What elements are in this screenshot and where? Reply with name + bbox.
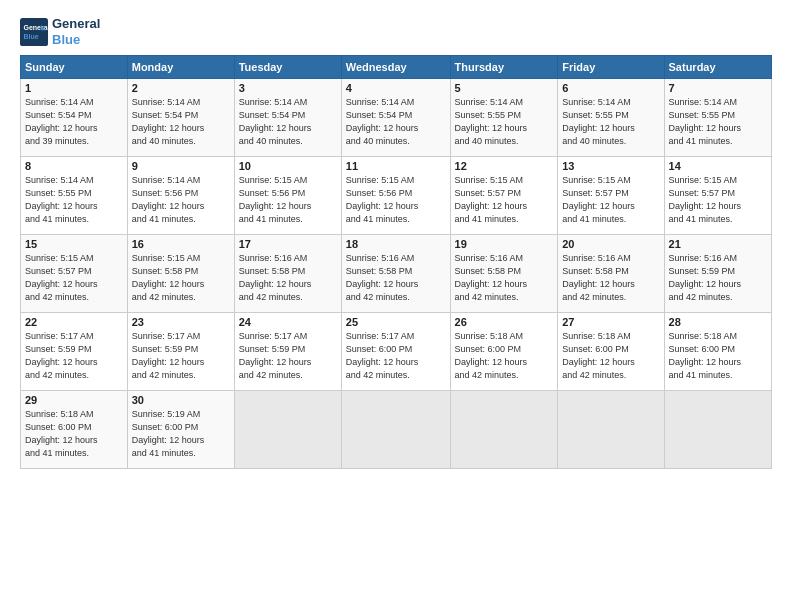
day-cell-11: 11Sunrise: 5:15 AM Sunset: 5:56 PM Dayli…	[341, 157, 450, 235]
day-cell-15: 15Sunrise: 5:15 AM Sunset: 5:57 PM Dayli…	[21, 235, 128, 313]
day-cell-28: 28Sunrise: 5:18 AM Sunset: 6:00 PM Dayli…	[664, 313, 771, 391]
day-cell-8: 8Sunrise: 5:14 AM Sunset: 5:55 PM Daylig…	[21, 157, 128, 235]
day-info: Sunrise: 5:14 AM Sunset: 5:55 PM Dayligh…	[562, 96, 659, 148]
day-number: 24	[239, 316, 337, 328]
day-info: Sunrise: 5:15 AM Sunset: 5:57 PM Dayligh…	[25, 252, 123, 304]
day-cell-27: 27Sunrise: 5:18 AM Sunset: 6:00 PM Dayli…	[558, 313, 664, 391]
header-cell-tuesday: Tuesday	[234, 56, 341, 79]
week-row-5: 29Sunrise: 5:18 AM Sunset: 6:00 PM Dayli…	[21, 391, 772, 469]
day-info: Sunrise: 5:15 AM Sunset: 5:56 PM Dayligh…	[239, 174, 337, 226]
day-number: 16	[132, 238, 230, 250]
calendar-page: General Blue General Blue SundayMondayTu…	[0, 0, 792, 612]
day-info: Sunrise: 5:14 AM Sunset: 5:54 PM Dayligh…	[346, 96, 446, 148]
day-info: Sunrise: 5:16 AM Sunset: 5:58 PM Dayligh…	[455, 252, 554, 304]
day-info: Sunrise: 5:14 AM Sunset: 5:54 PM Dayligh…	[132, 96, 230, 148]
day-cell-18: 18Sunrise: 5:16 AM Sunset: 5:58 PM Dayli…	[341, 235, 450, 313]
day-number: 26	[455, 316, 554, 328]
day-cell-20: 20Sunrise: 5:16 AM Sunset: 5:58 PM Dayli…	[558, 235, 664, 313]
day-cell-6: 6Sunrise: 5:14 AM Sunset: 5:55 PM Daylig…	[558, 79, 664, 157]
day-info: Sunrise: 5:15 AM Sunset: 5:57 PM Dayligh…	[455, 174, 554, 226]
week-row-3: 15Sunrise: 5:15 AM Sunset: 5:57 PM Dayli…	[21, 235, 772, 313]
header-cell-monday: Monday	[127, 56, 234, 79]
day-cell-4: 4Sunrise: 5:14 AM Sunset: 5:54 PM Daylig…	[341, 79, 450, 157]
header-cell-friday: Friday	[558, 56, 664, 79]
header-cell-wednesday: Wednesday	[341, 56, 450, 79]
day-number: 22	[25, 316, 123, 328]
day-number: 2	[132, 82, 230, 94]
day-info: Sunrise: 5:18 AM Sunset: 6:00 PM Dayligh…	[455, 330, 554, 382]
day-info: Sunrise: 5:18 AM Sunset: 6:00 PM Dayligh…	[25, 408, 123, 460]
day-info: Sunrise: 5:15 AM Sunset: 5:56 PM Dayligh…	[346, 174, 446, 226]
week-row-4: 22Sunrise: 5:17 AM Sunset: 5:59 PM Dayli…	[21, 313, 772, 391]
empty-cell	[234, 391, 341, 469]
day-number: 25	[346, 316, 446, 328]
day-number: 3	[239, 82, 337, 94]
day-cell-2: 2Sunrise: 5:14 AM Sunset: 5:54 PM Daylig…	[127, 79, 234, 157]
day-info: Sunrise: 5:17 AM Sunset: 6:00 PM Dayligh…	[346, 330, 446, 382]
header-cell-saturday: Saturday	[664, 56, 771, 79]
day-cell-10: 10Sunrise: 5:15 AM Sunset: 5:56 PM Dayli…	[234, 157, 341, 235]
day-cell-5: 5Sunrise: 5:14 AM Sunset: 5:55 PM Daylig…	[450, 79, 558, 157]
day-number: 6	[562, 82, 659, 94]
day-number: 15	[25, 238, 123, 250]
logo: General Blue General Blue	[20, 16, 100, 47]
header: General Blue General Blue	[20, 16, 772, 47]
day-number: 4	[346, 82, 446, 94]
day-cell-14: 14Sunrise: 5:15 AM Sunset: 5:57 PM Dayli…	[664, 157, 771, 235]
day-number: 23	[132, 316, 230, 328]
day-number: 9	[132, 160, 230, 172]
day-cell-7: 7Sunrise: 5:14 AM Sunset: 5:55 PM Daylig…	[664, 79, 771, 157]
day-info: Sunrise: 5:19 AM Sunset: 6:00 PM Dayligh…	[132, 408, 230, 460]
day-info: Sunrise: 5:18 AM Sunset: 6:00 PM Dayligh…	[669, 330, 767, 382]
day-cell-13: 13Sunrise: 5:15 AM Sunset: 5:57 PM Dayli…	[558, 157, 664, 235]
logo-icon: General Blue	[20, 18, 48, 46]
day-cell-9: 9Sunrise: 5:14 AM Sunset: 5:56 PM Daylig…	[127, 157, 234, 235]
day-info: Sunrise: 5:14 AM Sunset: 5:56 PM Dayligh…	[132, 174, 230, 226]
day-cell-30: 30Sunrise: 5:19 AM Sunset: 6:00 PM Dayli…	[127, 391, 234, 469]
day-info: Sunrise: 5:17 AM Sunset: 5:59 PM Dayligh…	[239, 330, 337, 382]
day-number: 12	[455, 160, 554, 172]
header-row: SundayMondayTuesdayWednesdayThursdayFrid…	[21, 56, 772, 79]
day-cell-21: 21Sunrise: 5:16 AM Sunset: 5:59 PM Dayli…	[664, 235, 771, 313]
day-cell-3: 3Sunrise: 5:14 AM Sunset: 5:54 PM Daylig…	[234, 79, 341, 157]
logo-text: General Blue	[52, 16, 100, 47]
day-number: 18	[346, 238, 446, 250]
day-cell-26: 26Sunrise: 5:18 AM Sunset: 6:00 PM Dayli…	[450, 313, 558, 391]
svg-text:Blue: Blue	[24, 33, 39, 40]
day-cell-24: 24Sunrise: 5:17 AM Sunset: 5:59 PM Dayli…	[234, 313, 341, 391]
day-cell-25: 25Sunrise: 5:17 AM Sunset: 6:00 PM Dayli…	[341, 313, 450, 391]
day-number: 10	[239, 160, 337, 172]
day-cell-12: 12Sunrise: 5:15 AM Sunset: 5:57 PM Dayli…	[450, 157, 558, 235]
header-cell-sunday: Sunday	[21, 56, 128, 79]
day-info: Sunrise: 5:16 AM Sunset: 5:59 PM Dayligh…	[669, 252, 767, 304]
day-number: 13	[562, 160, 659, 172]
empty-cell	[558, 391, 664, 469]
day-number: 21	[669, 238, 767, 250]
calendar-table: SundayMondayTuesdayWednesdayThursdayFrid…	[20, 55, 772, 469]
day-number: 7	[669, 82, 767, 94]
svg-rect-0	[20, 18, 48, 46]
day-number: 28	[669, 316, 767, 328]
day-info: Sunrise: 5:15 AM Sunset: 5:57 PM Dayligh…	[669, 174, 767, 226]
day-info: Sunrise: 5:15 AM Sunset: 5:58 PM Dayligh…	[132, 252, 230, 304]
day-info: Sunrise: 5:16 AM Sunset: 5:58 PM Dayligh…	[562, 252, 659, 304]
day-number: 19	[455, 238, 554, 250]
day-cell-16: 16Sunrise: 5:15 AM Sunset: 5:58 PM Dayli…	[127, 235, 234, 313]
week-row-2: 8Sunrise: 5:14 AM Sunset: 5:55 PM Daylig…	[21, 157, 772, 235]
day-info: Sunrise: 5:14 AM Sunset: 5:54 PM Dayligh…	[239, 96, 337, 148]
empty-cell	[450, 391, 558, 469]
day-info: Sunrise: 5:16 AM Sunset: 5:58 PM Dayligh…	[346, 252, 446, 304]
day-number: 30	[132, 394, 230, 406]
day-number: 17	[239, 238, 337, 250]
day-number: 14	[669, 160, 767, 172]
day-info: Sunrise: 5:15 AM Sunset: 5:57 PM Dayligh…	[562, 174, 659, 226]
day-cell-1: 1Sunrise: 5:14 AM Sunset: 5:54 PM Daylig…	[21, 79, 128, 157]
day-number: 11	[346, 160, 446, 172]
day-cell-23: 23Sunrise: 5:17 AM Sunset: 5:59 PM Dayli…	[127, 313, 234, 391]
day-number: 29	[25, 394, 123, 406]
day-cell-22: 22Sunrise: 5:17 AM Sunset: 5:59 PM Dayli…	[21, 313, 128, 391]
day-number: 20	[562, 238, 659, 250]
day-info: Sunrise: 5:16 AM Sunset: 5:58 PM Dayligh…	[239, 252, 337, 304]
day-info: Sunrise: 5:17 AM Sunset: 5:59 PM Dayligh…	[25, 330, 123, 382]
day-number: 27	[562, 316, 659, 328]
